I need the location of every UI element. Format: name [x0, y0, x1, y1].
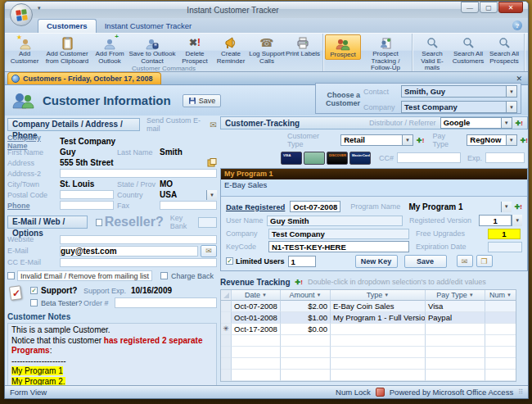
cell-type[interactable]: E-Bay Coin Sales [331, 301, 426, 312]
column-header-type[interactable]: Type▼ [331, 290, 426, 301]
envelope-icon[interactable]: ✉ [210, 120, 217, 129]
select-all-cell[interactable] [221, 290, 232, 301]
last-name-value[interactable]: Smith [160, 148, 183, 157]
save-button[interactable]: Save [183, 94, 222, 107]
log-support-calls-button[interactable]: ☎ Log Support Calls [249, 34, 285, 65]
program-save-button[interactable]: Save [404, 255, 447, 268]
cell-type[interactable] [331, 324, 426, 335]
cell-pay-type[interactable] [426, 324, 485, 335]
save-to-outlook-contact-button[interactable]: Save to Outlook Contact [128, 34, 177, 65]
reseller-checkbox[interactable] [96, 219, 102, 226]
date-registered-label[interactable]: Date Registered [226, 202, 285, 211]
print-labels-button[interactable]: Print Labels [285, 34, 321, 58]
column-header-pay-type[interactable]: Pay Type▼ [426, 290, 485, 301]
pay-type-combo[interactable]: RegNow ▼ [467, 134, 516, 146]
contact-combo[interactable]: Smith, Guy ▼ [401, 85, 517, 98]
column-header-date[interactable]: Date▼ [232, 290, 281, 301]
cell-num[interactable] [485, 301, 516, 312]
limited-users-checkbox[interactable]: ✓ [226, 257, 233, 265]
search-valid-emails-button[interactable]: Search Valid E-mails [414, 34, 450, 72]
chevron-down-icon[interactable]: ▼ [506, 102, 516, 112]
limited-users-field[interactable]: 1 [288, 256, 316, 267]
address-value[interactable]: 555 5th Street [60, 158, 207, 167]
edit-list-icon[interactable]: ✚! [515, 203, 522, 211]
close-button[interactable]: ✕ [498, 2, 523, 13]
chevron-down-icon[interactable]: ▼ [507, 290, 512, 301]
keycode-field[interactable]: N1-TEST-KEY-HERE [268, 241, 409, 252]
date-registered-field[interactable]: Oct-07-2008 [290, 201, 340, 212]
edit-list-icon[interactable]: ✚! [516, 120, 523, 127]
notes-field[interactable]: This is a sample Customer. Notice that t… [7, 323, 217, 385]
support-exp-value[interactable]: 10/16/2009 [131, 286, 172, 295]
chevron-down-icon[interactable]: ▼ [384, 290, 389, 301]
chevron-down-icon[interactable]: ▼ [402, 135, 413, 145]
email-key-icon[interactable]: ✉ [457, 255, 473, 267]
company-name-value[interactable]: Test Company [60, 137, 115, 146]
cell-amount[interactable]: $0.00 [281, 324, 331, 335]
city-value[interactable]: St. Louis [60, 179, 117, 188]
document-tab-customers[interactable]: Customers - Friday, October 17, 2008 [7, 72, 161, 84]
create-reminder-button[interactable]: Create Reminder [213, 34, 249, 65]
company-combo[interactable]: Test Company ▼ [401, 101, 517, 113]
send-email-icon[interactable]: ✉ [201, 245, 217, 257]
cell-date[interactable]: Oct-07-2008 [232, 301, 281, 312]
chevron-down-icon[interactable]: ▼ [262, 290, 267, 301]
table-row-empty[interactable] [221, 347, 516, 358]
resize-grip[interactable]: ⠿ [518, 388, 523, 396]
new-key-button[interactable]: New Key [355, 255, 398, 268]
prospect-tracking-button[interactable]: Prospect Tracking / Follow-Up [361, 34, 410, 72]
program-name-value[interactable]: My Program 1 [408, 202, 462, 211]
close-customers-button[interactable]: ✕ Close Customers [526, 34, 529, 65]
chevron-down-icon[interactable]: ▼ [206, 190, 217, 200]
chevron-down-icon[interactable]: ▼ [506, 135, 516, 145]
email-field[interactable]: guy@test.com [60, 246, 198, 256]
send-custom-email-link[interactable]: Send Custom E-mail [147, 116, 207, 133]
title-bar[interactable]: ▾ Instant Customer Tracker — ▢ ✕ [5, 2, 528, 18]
quick-access-caret-icon[interactable]: ▾ [38, 5, 41, 11]
edit-list-icon[interactable]: ✚! [521, 137, 528, 144]
table-row[interactable]: Oct-01-2008 $1.00 My Program 1 - Full Ve… [221, 312, 516, 324]
cc-exp-field[interactable] [485, 152, 525, 163]
search-all-prospects-button[interactable]: Search All Prospects [486, 34, 522, 65]
close-document-icon[interactable]: ✕ [516, 75, 522, 83]
search-all-customers-button[interactable]: Search All Customers [450, 34, 486, 65]
add-customer-button[interactable]: ★ Add Customer [7, 34, 43, 65]
fax-field[interactable] [160, 201, 217, 210]
tab-customers[interactable]: Customers [38, 19, 97, 33]
cell-date[interactable]: Oct-17-2008 [232, 324, 281, 335]
cell-pay-type[interactable]: Visa [426, 301, 485, 312]
chevron-down-icon[interactable]: ▼ [501, 118, 512, 128]
row-selector[interactable]: ✳ [221, 324, 232, 335]
row-selector[interactable] [221, 312, 232, 324]
table-row-empty[interactable] [221, 370, 516, 381]
row-selector[interactable] [221, 301, 232, 312]
table-row-new-record[interactable]: ✳ Oct-17-2008 $0.00 [221, 324, 516, 335]
phone-field[interactable] [60, 201, 114, 210]
chevron-down-icon[interactable]: ▼ [506, 86, 516, 97]
chevron-down-icon[interactable]: ▼ [501, 202, 512, 212]
order-field[interactable] [115, 297, 217, 308]
cell-amount[interactable]: $2.00 [281, 301, 331, 312]
expiration-date-field[interactable] [488, 242, 522, 252]
free-upgrades-field[interactable]: 1 [488, 229, 521, 239]
cell-type[interactable]: My Program 1 - Full Version [331, 312, 426, 324]
website-field[interactable] [60, 235, 217, 244]
column-header-amount[interactable]: Amount▼ [281, 290, 331, 301]
cell-date[interactable]: Oct-01-2008 [232, 312, 281, 324]
chevron-down-icon[interactable]: ▼ [512, 215, 522, 226]
chevron-down-icon[interactable]: ▼ [469, 290, 474, 301]
user-name-field[interactable]: Guy Smith [267, 216, 403, 226]
cell-num[interactable] [485, 312, 516, 324]
table-row-empty[interactable] [221, 335, 516, 347]
program-list-item[interactable]: E-Bay Sales [224, 180, 267, 189]
country-value[interactable]: USA [160, 190, 177, 199]
add-from-outlook-button[interactable]: + Add From Outlook [92, 34, 128, 65]
office-button[interactable] [10, 3, 33, 26]
tab-instant-customer-tracker[interactable]: Instant Customer Tracker [97, 20, 201, 33]
cc-email-field[interactable] [60, 258, 217, 267]
postal-field[interactable] [60, 190, 114, 199]
charge-back-checkbox[interactable] [160, 272, 168, 279]
edit-list-icon[interactable]: ✚! [295, 279, 303, 286]
column-header-num[interactable]: Num▼ [485, 290, 516, 301]
prospect-button[interactable]: Prospect [325, 34, 361, 60]
